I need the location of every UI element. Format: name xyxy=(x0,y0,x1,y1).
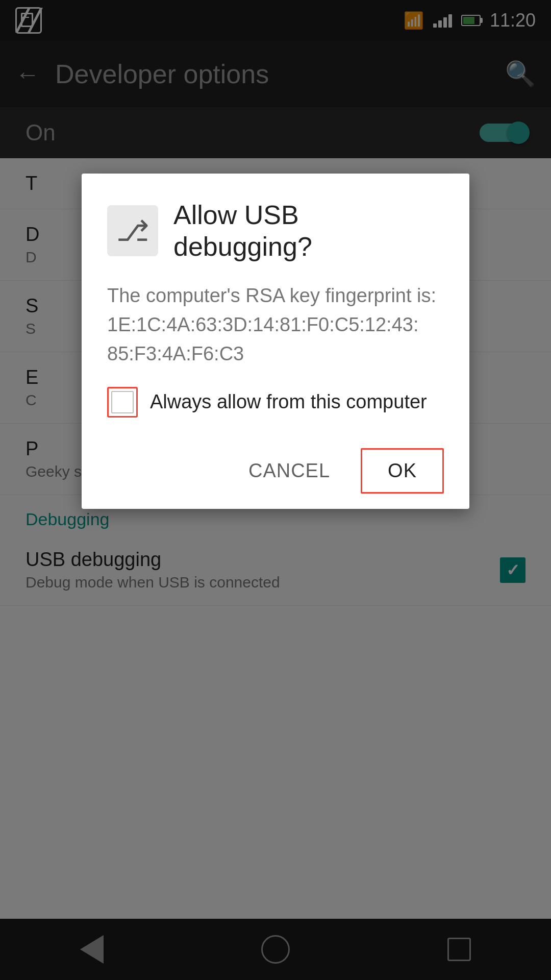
dialog-buttons: CANCEL OK xyxy=(107,438,444,494)
always-allow-row[interactable]: Always allow from this computer xyxy=(107,387,444,418)
always-allow-checkbox[interactable] xyxy=(107,387,138,418)
always-allow-label: Always allow from this computer xyxy=(150,391,427,413)
usb-icon: ⎇ xyxy=(107,205,158,256)
checkbox-inner xyxy=(111,391,134,413)
usb-debug-dialog: ⎇ Allow USB debugging? The computer's RS… xyxy=(82,174,469,509)
cancel-button[interactable]: CANCEL xyxy=(233,448,345,494)
usb-symbol-icon: ⎇ xyxy=(116,214,149,248)
ok-button[interactable]: OK xyxy=(361,448,444,494)
dialog-message: The computer's RSA key fingerprint is: 1… xyxy=(107,281,444,369)
dialog-header: ⎇ Allow USB debugging? xyxy=(107,199,444,263)
screen: ╱╱ 📶 11:20 ← Developer options 🔍 On xyxy=(0,0,551,980)
dialog-overlay: ⎇ Allow USB debugging? The computer's RS… xyxy=(0,0,551,980)
dialog-body: The computer's RSA key fingerprint is: 1… xyxy=(107,281,444,418)
dialog-title: Allow USB debugging? xyxy=(173,199,444,263)
